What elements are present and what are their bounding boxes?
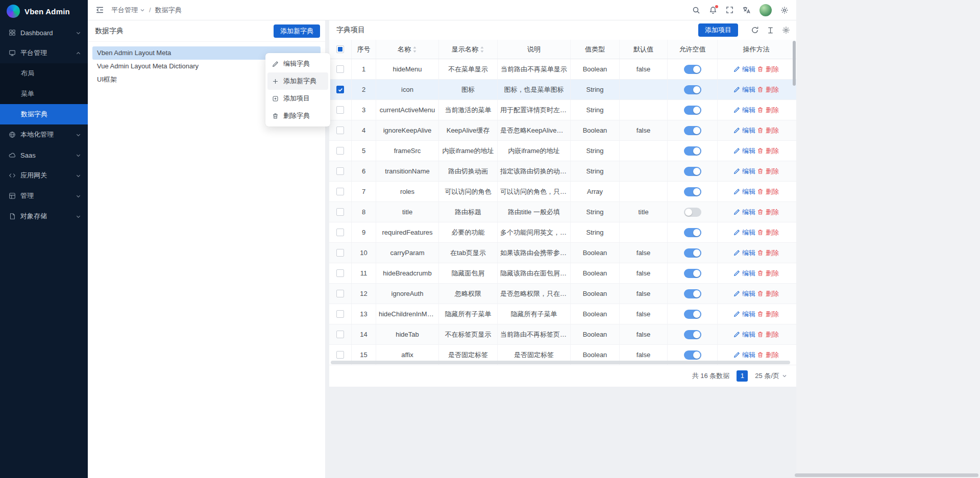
sidebar-item-saas[interactable]: Saas: [0, 145, 88, 165]
delete-link[interactable]: 删除: [757, 208, 779, 217]
context-menu-item[interactable]: 删除字典: [267, 107, 328, 124]
cell-default-value: [620, 161, 668, 181]
context-menu-item[interactable]: 添加项目: [267, 90, 328, 107]
column-header-display_name[interactable]: 显示名称: [439, 40, 498, 59]
edit-link[interactable]: 编辑: [733, 65, 755, 74]
page-size-select[interactable]: 25 条/页: [755, 371, 787, 381]
edit-link[interactable]: 编辑: [733, 146, 755, 156]
sidebar-subitem-layout[interactable]: 布局: [0, 63, 88, 84]
search-icon[interactable]: [692, 6, 700, 14]
edit-link[interactable]: 编辑: [733, 228, 755, 237]
column-settings-icon[interactable]: [782, 26, 790, 34]
sidebar-collapse-icon[interactable]: [95, 6, 104, 14]
sidebar-item-management[interactable]: 管理: [0, 186, 88, 206]
fullscreen-icon[interactable]: [726, 6, 733, 14]
delete-link[interactable]: 删除: [757, 350, 779, 360]
row-checkbox[interactable]: [336, 269, 344, 277]
logo[interactable]: Vben Admin: [0, 0, 88, 22]
allow-null-toggle[interactable]: [684, 85, 701, 94]
notification-bell-icon[interactable]: [709, 6, 717, 14]
add-dictionary-button[interactable]: 添加新字典: [274, 24, 320, 38]
delete-link[interactable]: 删除: [757, 289, 779, 298]
context-menu-item[interactable]: 添加新字典: [267, 72, 328, 90]
refresh-icon[interactable]: [751, 26, 759, 34]
delete-link[interactable]: 删除: [757, 269, 779, 278]
allow-null-toggle[interactable]: [684, 167, 701, 176]
edit-link[interactable]: 编辑: [733, 167, 755, 176]
edit-link[interactable]: 编辑: [733, 269, 755, 278]
sort-icon[interactable]: [412, 46, 417, 53]
allow-null-toggle[interactable]: [684, 330, 701, 339]
row-checkbox[interactable]: [336, 127, 344, 134]
delete-link[interactable]: 删除: [757, 106, 779, 115]
allow-null-toggle[interactable]: [684, 187, 701, 196]
allow-null-toggle[interactable]: [684, 65, 701, 74]
allow-null-toggle[interactable]: [684, 248, 701, 258]
vertical-scrollbar[interactable]: [793, 41, 796, 86]
sidebar-item-platform[interactable]: 平台管理: [0, 43, 88, 63]
allow-null-toggle[interactable]: [684, 106, 701, 115]
page-1-button[interactable]: 1: [737, 370, 748, 382]
edit-link[interactable]: 编辑: [733, 208, 755, 217]
row-checkbox[interactable]: [336, 106, 344, 114]
breadcrumb-item-platform[interactable]: 平台管理: [111, 6, 145, 15]
horizontal-scrollbar[interactable]: [331, 361, 790, 364]
avatar[interactable]: [760, 4, 772, 16]
row-height-icon[interactable]: [767, 27, 774, 34]
edit-link[interactable]: 编辑: [733, 187, 755, 196]
edit-link[interactable]: 编辑: [733, 85, 755, 94]
row-checkbox[interactable]: [336, 208, 344, 216]
column-header-name[interactable]: 名称: [376, 40, 439, 59]
allow-null-toggle[interactable]: [684, 269, 701, 278]
sidebar-item-storage[interactable]: 对象存储: [0, 206, 88, 227]
delete-link[interactable]: 删除: [757, 248, 779, 258]
delete-link[interactable]: 删除: [757, 146, 779, 156]
settings-gear-icon[interactable]: [780, 6, 789, 14]
sort-icon[interactable]: [480, 46, 484, 53]
row-checkbox[interactable]: [336, 249, 344, 257]
sidebar-subitem-menu[interactable]: 菜单: [0, 84, 88, 104]
row-checkbox[interactable]: [336, 188, 344, 195]
sidebar-item-localization[interactable]: 本地化管理: [0, 124, 88, 145]
row-checkbox[interactable]: [336, 167, 344, 175]
sidebar-subitem-data-dictionary[interactable]: 数据字典: [0, 104, 88, 124]
desktop-horizontal-scrollbar[interactable]: [795, 473, 978, 477]
allow-null-toggle[interactable]: [684, 208, 701, 217]
delete-link[interactable]: 删除: [757, 126, 779, 135]
delete-link[interactable]: 删除: [757, 187, 779, 196]
edit-link[interactable]: 编辑: [733, 310, 755, 319]
delete-icon: [757, 331, 764, 338]
row-checkbox[interactable]: [336, 86, 344, 93]
edit-link[interactable]: 编辑: [733, 350, 755, 360]
allow-null-toggle[interactable]: [684, 228, 701, 237]
delete-link[interactable]: 删除: [757, 85, 779, 94]
edit-link[interactable]: 编辑: [733, 330, 755, 339]
row-checkbox[interactable]: [336, 229, 344, 236]
allow-null-toggle[interactable]: [684, 350, 701, 360]
edit-link[interactable]: 编辑: [733, 289, 755, 298]
row-checkbox[interactable]: [336, 147, 344, 155]
sidebar-item-gateway[interactable]: 应用网关: [0, 165, 88, 186]
delete-link[interactable]: 删除: [757, 65, 779, 74]
row-checkbox[interactable]: [336, 331, 344, 338]
allow-null-toggle[interactable]: [684, 126, 701, 135]
row-checkbox[interactable]: [336, 65, 344, 73]
edit-link[interactable]: 编辑: [733, 126, 755, 135]
edit-link[interactable]: 编辑: [733, 106, 755, 115]
context-menu-item[interactable]: 编辑字典: [267, 55, 328, 72]
allow-null-toggle[interactable]: [684, 289, 701, 298]
select-all-checkbox[interactable]: [336, 45, 344, 53]
row-checkbox[interactable]: [336, 290, 344, 297]
sidebar-item-dashboard[interactable]: Dashboard: [0, 22, 88, 43]
add-item-button[interactable]: 添加项目: [698, 23, 738, 37]
delete-link[interactable]: 删除: [757, 310, 779, 319]
language-icon[interactable]: [742, 6, 751, 14]
delete-link[interactable]: 删除: [757, 167, 779, 176]
row-checkbox[interactable]: [336, 310, 344, 318]
allow-null-toggle[interactable]: [684, 146, 701, 156]
edit-link[interactable]: 编辑: [733, 248, 755, 258]
delete-link[interactable]: 删除: [757, 330, 779, 339]
delete-link[interactable]: 删除: [757, 228, 779, 237]
row-checkbox[interactable]: [336, 351, 344, 359]
allow-null-toggle[interactable]: [684, 310, 701, 319]
